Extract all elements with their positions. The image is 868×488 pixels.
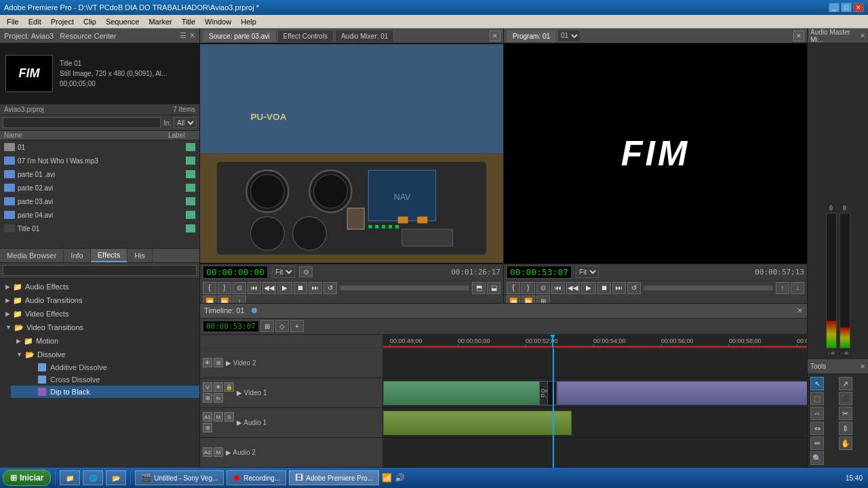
- 3d-motion-header[interactable]: ▶ 📁 Motion: [11, 334, 199, 348]
- tool-rolling-btn[interactable]: ⬛: [839, 392, 852, 405]
- p-loop-btn[interactable]: ↺: [627, 282, 641, 294]
- tool-slide-btn[interactable]: ⇕: [839, 422, 852, 435]
- track-audio2-btn[interactable]: A2: [203, 447, 212, 457]
- source-tab-effect-controls[interactable]: Effect Controls: [277, 30, 334, 42]
- track-eye-btn[interactable]: 👁: [203, 358, 212, 367]
- video-clip-parte03[interactable]: [383, 381, 546, 405]
- start-button[interactable]: ⊞ Iniciar: [3, 470, 51, 486]
- title-clip-fim[interactable]: [557, 381, 807, 405]
- source-fit-select[interactable]: Fit: [272, 266, 295, 278]
- program-monitor-close[interactable]: ✕: [793, 30, 804, 41]
- tool-ripple-btn[interactable]: ⬚: [810, 392, 824, 405]
- restore-btn[interactable]: □: [841, 3, 852, 12]
- tools-close[interactable]: ✕: [860, 363, 865, 370]
- step-back-btn[interactable]: ⏮: [248, 282, 261, 294]
- menu-help[interactable]: Help: [237, 17, 260, 26]
- tool-zoom-btn[interactable]: 🔍: [810, 451, 824, 465]
- effect-item-cross-dissolve[interactable]: Cross Dissolve: [11, 373, 199, 386]
- track-mute-btn[interactable]: M: [214, 412, 223, 422]
- play-btn[interactable]: ▶: [277, 282, 292, 294]
- audio-clip-1[interactable]: [383, 411, 572, 435]
- menu-project[interactable]: Project: [47, 17, 78, 26]
- overlay-btn[interactable]: ⬓: [487, 282, 500, 294]
- step-fwd-btn[interactable]: ⏭: [309, 282, 322, 294]
- mark-in-btn[interactable]: {: [203, 282, 216, 294]
- video-transitions-header[interactable]: ▼ 📂 Video Transitions: [0, 321, 199, 334]
- menu-marker[interactable]: Marker: [144, 17, 176, 26]
- timeline-ruler-tl[interactable]: 00:00:48;00 00:00:50;00 00:00:52;00 00:0…: [383, 335, 807, 348]
- list-item[interactable]: parte 02.avi: [0, 181, 199, 195]
- mark-clip-btn[interactable]: ⊙: [233, 282, 246, 294]
- p-step-fwd-btn[interactable]: ⏭: [612, 282, 626, 294]
- tab-info[interactable]: Info: [64, 249, 90, 262]
- menu-edit[interactable]: Edit: [24, 17, 45, 26]
- effects-search-input[interactable]: [3, 265, 197, 276]
- taskbar-app-premiere[interactable]: 🎞 Adobe Premiere Pro...: [289, 470, 379, 485]
- loop-btn[interactable]: ↺: [323, 282, 337, 294]
- list-item[interactable]: 07 I'm Not Who I Was.mp3: [0, 154, 199, 167]
- program-timeline-ruler[interactable]: 00;00 00:02;08;04 00:04;16;08 00:06;24;1…: [507, 280, 804, 281]
- list-item[interactable]: parte 03.avi: [0, 195, 199, 208]
- taskbar-app-sony[interactable]: 🎬 Untitled - Sony Veg...: [135, 470, 224, 485]
- menu-sequence[interactable]: Sequence: [102, 17, 144, 26]
- tl-marker-btn[interactable]: ◇: [275, 320, 289, 332]
- dissolve-header[interactable]: ▼ 📂 Dissolve: [11, 348, 199, 361]
- taskbar-app-recording[interactable]: ⏺ Recording...: [226, 470, 286, 485]
- project-in-select[interactable]: All: [174, 117, 197, 128]
- mark-out-btn[interactable]: }: [218, 282, 231, 294]
- taskbar-icon-3[interactable]: 📂: [106, 470, 126, 485]
- p-mark-in-btn[interactable]: {: [507, 282, 520, 294]
- menu-title[interactable]: Title: [178, 17, 199, 26]
- tab-effects[interactable]: Effects: [91, 249, 127, 262]
- project-search-input[interactable]: [3, 117, 161, 128]
- audio-header-close[interactable]: ✕: [860, 32, 865, 39]
- tab-history[interactable]: His: [127, 249, 153, 262]
- p-mark-out-btn[interactable]: }: [521, 282, 535, 294]
- tool-razor-btn[interactable]: ✂: [839, 407, 852, 420]
- track-audio-btn[interactable]: A1: [203, 412, 212, 422]
- track-sync-btn[interactable]: ⊞: [214, 358, 223, 367]
- panel-menu-btn[interactable]: ☰: [180, 31, 186, 40]
- tool-pen-btn[interactable]: ✏: [810, 436, 824, 450]
- p-mark-clip-btn[interactable]: ⊙: [536, 282, 550, 294]
- menu-clip[interactable]: Clip: [79, 17, 100, 26]
- audio-effects-header[interactable]: ▶ 📁 Audio Effects: [0, 280, 199, 293]
- audio-transitions-header[interactable]: ▶ 📁 Audio Transitions: [0, 293, 199, 307]
- menu-file[interactable]: File: [3, 17, 23, 26]
- track-sync-btn[interactable]: ⊞: [203, 393, 212, 403]
- tool-track-select-btn[interactable]: ↗: [839, 377, 852, 390]
- program-scrubber[interactable]: [644, 285, 773, 291]
- taskbar-icon-1[interactable]: 📁: [60, 470, 80, 485]
- insert-btn[interactable]: ⬒: [472, 282, 486, 294]
- program-fit-select[interactable]: Fit: [576, 266, 599, 278]
- p-extract-btn[interactable]: ↓: [791, 282, 804, 294]
- p-step-back-btn[interactable]: ⏮: [551, 282, 565, 294]
- p-play-btn[interactable]: ▶: [581, 282, 596, 294]
- timeline-close[interactable]: ✕: [797, 306, 803, 315]
- p-play-rev-btn[interactable]: ◀◀: [566, 282, 580, 294]
- track-mute2-btn[interactable]: M: [214, 447, 223, 457]
- close-btn[interactable]: ✕: [853, 3, 864, 12]
- tl-snap-btn[interactable]: ⊞: [260, 320, 274, 332]
- track-fx-btn[interactable]: fx: [214, 393, 223, 403]
- tool-hand-btn[interactable]: ✋: [839, 436, 852, 450]
- tool-slip-btn[interactable]: ⇔: [810, 422, 824, 435]
- track-sync-btn[interactable]: ⊞: [203, 423, 212, 432]
- list-item[interactable]: 01: [0, 140, 199, 154]
- tl-add-marker-btn[interactable]: +: [290, 320, 304, 332]
- p-stop-btn[interactable]: ⏹: [597, 282, 611, 294]
- source-scrubber[interactable]: [340, 285, 469, 291]
- minimize-btn[interactable]: _: [829, 3, 840, 12]
- track-lock-btn[interactable]: 🔒: [224, 382, 234, 392]
- program-monitor-select[interactable]: 01: [557, 30, 580, 42]
- source-timecode[interactable]: 00:00:00:00: [203, 266, 268, 279]
- play-rev-btn[interactable]: ◀◀: [262, 282, 276, 294]
- list-item[interactable]: Title 01: [0, 222, 199, 235]
- track-solo-btn[interactable]: S: [224, 412, 234, 422]
- p-lift-btn[interactable]: ↑: [776, 282, 789, 294]
- effect-item-additive-dissolve[interactable]: Additive Dissolve: [11, 361, 199, 373]
- tab-media-browser[interactable]: Media Browser: [0, 249, 64, 262]
- source-tab-source[interactable]: Source: parte 03.avi: [203, 30, 276, 42]
- tool-rate-stretch-btn[interactable]: ↔: [810, 407, 824, 420]
- timeline-timecode[interactable]: 00:00:53:07: [203, 321, 259, 332]
